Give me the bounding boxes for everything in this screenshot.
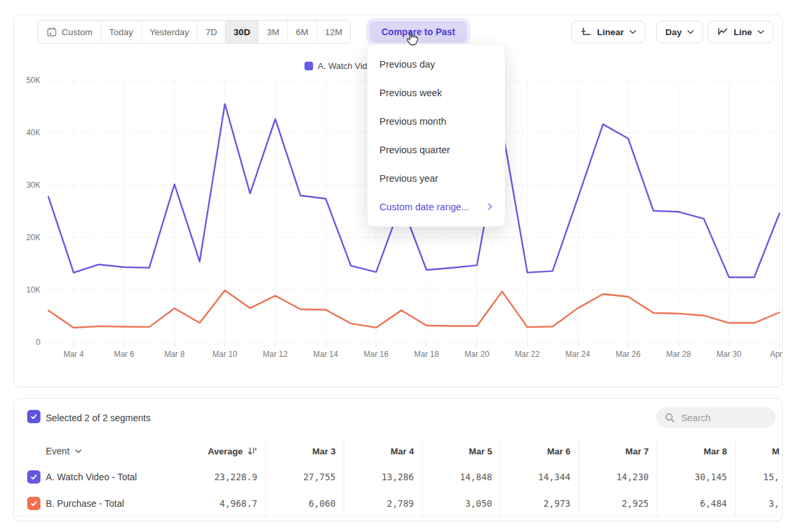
x-axis-label: Mar 16 — [364, 350, 389, 359]
legend-item-a: A. Watch Video — [304, 61, 377, 71]
value-cell: 4,968.7 — [187, 490, 265, 517]
menu-item-previous-month[interactable]: Previous month — [367, 107, 505, 135]
value-cell: 2,973 — [500, 490, 578, 517]
value-cell: 23,228.9 — [187, 464, 265, 490]
row-label: B. Purchase - Total — [46, 498, 124, 509]
check-icon — [30, 473, 38, 481]
value-cell: 2,925 — [578, 490, 657, 517]
column-header-label: Mar 7 — [626, 446, 649, 456]
column-header-mar-8: Mar 8 — [657, 438, 735, 464]
row-checkbox-a[interactable] — [27, 470, 40, 484]
row-label: A. Watch Video - Total — [46, 472, 137, 482]
search-placeholder: Search — [681, 413, 710, 423]
value-cell: 14,848 — [422, 464, 500, 490]
legend-swatch-a — [304, 62, 313, 70]
value-cell: 27,755 — [265, 464, 344, 490]
column-header-label: Mar 6 — [547, 446, 570, 456]
x-axis-label: Mar 24 — [565, 350, 590, 359]
menu-item-previous-day[interactable]: Previous day — [367, 50, 505, 78]
y-axis-label: 50K — [27, 76, 40, 85]
selected-segments-label: Selected 2 of 2 segments — [46, 413, 151, 423]
value-cell: 14,344 — [500, 464, 578, 490]
value-cell: 3,050 — [422, 490, 500, 517]
column-header-mar-6: Mar 6 — [500, 438, 578, 464]
x-axis-label: Mar 8 — [165, 350, 185, 359]
value-cell: 6,060 — [265, 490, 344, 517]
column-header-label: Average — [208, 446, 243, 456]
column-header-label: Event — [46, 446, 70, 456]
x-axis-label: Mar 12 — [263, 350, 288, 359]
segments-panel: Selected 2 of 2 segments Search EventAve… — [13, 398, 783, 521]
value-cell: 2,789 — [344, 490, 422, 517]
row-label-cell: A. Watch Video - Total — [14, 464, 187, 490]
x-axis-label: Mar 22 — [515, 350, 540, 359]
compare-to-past-menu: Previous dayPrevious weekPrevious monthP… — [367, 44, 505, 227]
sort-descending-icon — [247, 446, 257, 456]
column-header-label: Mar 5 — [469, 446, 492, 456]
column-header-mar-3: Mar 3 — [265, 438, 344, 464]
search-input[interactable]: Search — [656, 407, 775, 428]
x-axis-label: Mar 10 — [212, 350, 237, 359]
column-header-label: Mar 3 — [312, 446, 336, 456]
column-header-m: M — [735, 438, 782, 464]
column-header-event[interactable]: Event — [14, 438, 187, 464]
column-header-mar-7: Mar 7 — [578, 438, 657, 464]
column-header-label: Mar 4 — [391, 446, 414, 456]
menu-item-previous-quarter[interactable]: Previous quarter — [367, 135, 505, 164]
chevron-down-icon — [75, 449, 82, 454]
x-axis-label: Mar 26 — [616, 350, 641, 359]
search-icon — [665, 413, 675, 423]
menu-item-previous-week[interactable]: Previous week — [367, 78, 505, 107]
column-header-label: Mar 8 — [704, 446, 727, 456]
x-axis-label: Mar 28 — [666, 350, 691, 359]
check-icon — [30, 499, 38, 507]
x-axis-label: Mar 20 — [464, 350, 490, 359]
row-checkbox-b[interactable] — [27, 497, 40, 510]
check-icon — [30, 413, 38, 421]
row-label-cell: B. Purchase - Total — [14, 490, 187, 517]
y-axis-label: 20K — [27, 233, 40, 242]
x-axis-label: Apr 1 — [770, 350, 782, 359]
x-axis-label: Mar 4 — [64, 350, 84, 359]
column-header-label: M — [772, 446, 779, 456]
x-axis-label: Mar 14 — [313, 350, 338, 359]
value-cell: 14,230 — [578, 464, 657, 490]
y-axis-label: 40K — [27, 128, 40, 137]
menu-item-custom-date-range[interactable]: Custom date range... — [367, 192, 505, 221]
menu-item-label: Custom date range... — [379, 202, 469, 212]
segments-table: EventAverageMar 3Mar 4Mar 5Mar 6Mar 7Mar… — [14, 438, 782, 517]
x-axis-label: Mar 6 — [114, 350, 135, 359]
value-cell: 30,145 — [657, 464, 735, 490]
select-all-checkbox[interactable] — [27, 410, 40, 423]
value-cell: 3, — [735, 490, 782, 517]
x-axis-label: Mar 18 — [414, 350, 439, 359]
column-header-mar-5: Mar 5 — [422, 438, 500, 464]
value-cell: 13,286 — [344, 464, 422, 490]
y-axis-label: 30K — [27, 180, 40, 190]
menu-item-previous-year[interactable]: Previous year — [367, 164, 505, 192]
chevron-right-icon — [488, 203, 493, 210]
y-axis-label: 10K — [27, 285, 40, 295]
y-axis-label: 0 — [36, 338, 40, 347]
line-series-b — [48, 291, 779, 328]
column-header-average[interactable]: Average — [187, 438, 265, 464]
column-header-mar-4: Mar 4 — [344, 438, 422, 464]
value-cell: 15, — [735, 464, 782, 490]
x-axis-label: Mar 30 — [716, 350, 742, 359]
value-cell: 6,484 — [657, 490, 735, 517]
